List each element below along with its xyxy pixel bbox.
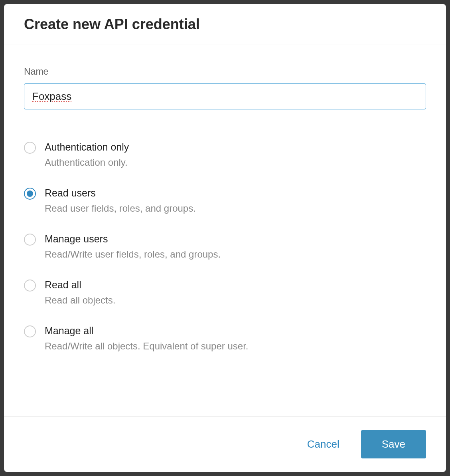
radio-text: Read all Read all objects. [45, 279, 115, 306]
radio-description: Read/Write all objects. Equivalent of su… [45, 341, 249, 352]
radio-option-read-users[interactable]: Read users Read user fields, roles, and … [24, 187, 426, 214]
radio-option-read-all[interactable]: Read all Read all objects. [24, 279, 426, 306]
radio-icon [24, 234, 36, 246]
radio-icon [24, 280, 36, 292]
radio-option-manage-all[interactable]: Manage all Read/Write all objects. Equiv… [24, 325, 426, 352]
radio-option-authentication-only[interactable]: Authentication only Authentication only. [24, 141, 426, 168]
save-button[interactable]: Save [361, 430, 426, 458]
cancel-button[interactable]: Cancel [306, 435, 341, 454]
create-credential-modal: Create new API credential Name Authentic… [4, 4, 446, 472]
radio-description: Read all objects. [45, 295, 115, 306]
radio-text: Read users Read user fields, roles, and … [45, 187, 196, 214]
radio-label: Authentication only [45, 141, 129, 153]
radio-label: Read users [45, 187, 196, 199]
radio-icon [24, 188, 36, 200]
radio-option-manage-users[interactable]: Manage users Read/Write user fields, rol… [24, 233, 426, 260]
modal-footer: Cancel Save [4, 416, 446, 472]
radio-text: Authentication only Authentication only. [45, 141, 129, 168]
radio-label: Read all [45, 279, 115, 291]
radio-description: Read user fields, roles, and groups. [45, 203, 196, 214]
radio-text: Manage users Read/Write user fields, rol… [45, 233, 221, 260]
name-label: Name [24, 66, 426, 77]
modal-header: Create new API credential [4, 4, 446, 44]
name-input[interactable] [24, 83, 426, 109]
permission-radio-group: Authentication only Authentication only.… [24, 141, 426, 352]
radio-icon [24, 325, 36, 337]
radio-text: Manage all Read/Write all objects. Equiv… [45, 325, 249, 352]
radio-description: Read/Write user fields, roles, and group… [45, 249, 221, 260]
radio-icon [24, 142, 36, 154]
radio-description: Authentication only. [45, 157, 129, 168]
radio-label: Manage users [45, 233, 221, 245]
modal-title: Create new API credential [24, 16, 426, 33]
radio-label: Manage all [45, 325, 249, 337]
name-field-group: Name [24, 66, 426, 109]
modal-body: Name Authentication only Authentication … [4, 44, 446, 416]
